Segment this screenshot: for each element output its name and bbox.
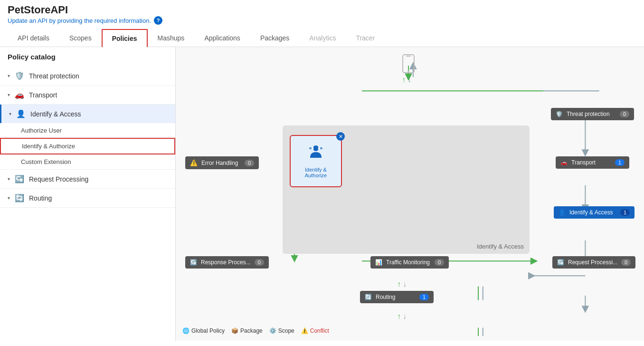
bar-chart-icon: 📊 (375, 259, 382, 266)
section-identify-access-header[interactable]: ▾ 👤 Identify & Access (0, 105, 175, 123)
identify-access-zone-label: Identify & Access (477, 243, 524, 250)
chevron-transport: ▾ (8, 92, 10, 97)
tab-scopes[interactable]: Scopes (59, 29, 102, 47)
refresh-icon-box: 🔄 (365, 294, 372, 300)
shield-icon-box: 🛡️ (556, 111, 563, 117)
svg-rect-18 (406, 56, 411, 57)
response-processing-box[interactable]: ↪️ Response Proces... 0 (185, 256, 269, 269)
legend-package[interactable]: 📦 Package (231, 327, 263, 334)
routing-label: Routing (376, 294, 395, 300)
mobile-arrows: ↑ ↓ (402, 76, 411, 84)
sidebar: Policy catalog ▾ 🛡️ Threat protection ▾ … (0, 47, 176, 341)
error-handling-box[interactable]: ⚠️ Error Handling 0 (185, 156, 259, 169)
app-title: PetStoreAPI (8, 4, 636, 16)
legend-global-policy[interactable]: 🌐 Global Policy (182, 327, 225, 334)
refresh-icon: 🔄 (15, 193, 24, 202)
tab-applications[interactable]: Applications (194, 29, 250, 47)
warning-icon: ⚠️ (190, 159, 198, 166)
identify-access-right-label: Identify & Access (569, 209, 613, 216)
section-routing-header[interactable]: ▾ 🔄 Routing (0, 189, 175, 207)
close-card-button[interactable]: ✕ (336, 132, 345, 141)
legend-scope[interactable]: ⚙️ Scope (269, 327, 294, 334)
svg-rect-21 (309, 147, 322, 149)
traffic-monitoring-label: Traffic Monitoring (386, 259, 430, 266)
identify-access-right-count: 1 (620, 209, 630, 216)
chevron-threat-protection: ▾ (8, 73, 10, 78)
response-processing-label: Response Proces... (201, 259, 251, 266)
spy-icon (306, 144, 325, 165)
policy-catalog-title: Policy catalog (0, 47, 175, 67)
help-icon[interactable]: ? (154, 16, 162, 25)
sidebar-item-identify-authorize[interactable]: Identify & Authorize (0, 138, 175, 154)
section-threat-protection-header[interactable]: ▾ 🛡️ Threat protection (0, 67, 175, 85)
svg-rect-17 (403, 55, 414, 73)
sidebar-item-custom-extension[interactable]: Custom Extension (0, 154, 175, 169)
mobile-device-icon (401, 54, 416, 76)
car-icon: 🚗 (15, 90, 24, 99)
globe-icon: 🌐 (182, 327, 189, 334)
main-layout: Policy catalog ▾ 🛡️ Threat protection ▾ … (0, 47, 644, 341)
dragged-card-label: Identify &Authorize (305, 167, 327, 178)
package-icon: 📦 (231, 327, 238, 334)
sidebar-item-authorize-user[interactable]: Authorize User (0, 123, 175, 138)
tab-mashups[interactable]: Mashups (148, 29, 195, 47)
chevron-routing: ▾ (8, 195, 10, 201)
section-identify-access-label: Identify & Access (30, 110, 81, 118)
section-request-processing-header[interactable]: ▾ ↪️ Request Processing (0, 170, 175, 188)
threat-protection-label: Threat protection (567, 111, 610, 117)
routing-count: 1 (419, 294, 429, 300)
shield-icon: 🛡️ (15, 71, 24, 80)
person-icon: 👤 (16, 109, 26, 118)
conflict-icon: ⚠️ (301, 327, 308, 334)
tab-packages[interactable]: Packages (250, 29, 299, 47)
tab-api-details[interactable]: API details (8, 29, 59, 47)
section-request-processing-label: Request Processing (29, 175, 88, 183)
chevron-request-processing: ▾ (8, 176, 10, 182)
svg-point-23 (318, 147, 321, 149)
threat-protection-count: 0 (620, 111, 629, 117)
tab-policies[interactable]: Policies (102, 29, 148, 47)
request-processing-right-count: 0 (621, 259, 631, 266)
section-threat-protection-label: Threat protection (29, 72, 79, 80)
legend-bar: 🌐 Global Policy 📦 Package ⚙️ Scope ⚠️ Co… (182, 327, 329, 334)
identify-access-items: Authorize User Identify & Authorize Cust… (0, 123, 175, 169)
transport-count: 1 (615, 159, 625, 166)
svg-point-19 (407, 70, 409, 72)
section-threat-protection: ▾ 🛡️ Threat protection (0, 67, 175, 86)
routing-arrows-bottom: ↑ ↓ (397, 312, 407, 321)
routing-arrows-top: ↑ ↓ (397, 280, 407, 288)
section-transport-label: Transport (29, 91, 57, 99)
section-routing: ▾ 🔄 Routing (0, 189, 175, 208)
legend-conflict[interactable]: ⚠️ Conflict (301, 327, 329, 334)
car-icon-box: 🚗 (560, 159, 568, 166)
svg-point-22 (312, 147, 314, 149)
arrow-right-icon-box: ↪️ (557, 259, 564, 266)
tab-bar: API details Scopes Policies Mashups Appl… (8, 29, 636, 47)
tab-analytics: Analytics (299, 29, 346, 47)
scope-icon: ⚙️ (269, 327, 276, 334)
request-processing-right-label: Request Processi... (568, 259, 617, 266)
traffic-monitoring-count: 0 (435, 259, 444, 266)
threat-protection-box[interactable]: 🛡️ Threat protection 0 (551, 108, 634, 120)
section-transport-header[interactable]: ▾ 🚗 Transport (0, 86, 175, 104)
identify-access-right-box[interactable]: 👤 Identify & Access 1 (554, 206, 635, 219)
flow-canvas-area: ↑ ↓ ⚠️ Error Handling 0 Identify & Acces… (176, 47, 644, 341)
chevron-identify-access: ▾ (9, 111, 11, 116)
error-handling-count: 0 (245, 160, 254, 166)
transport-box[interactable]: 🚗 Transport 1 (556, 156, 629, 169)
section-routing-label: Routing (29, 194, 52, 202)
routing-box[interactable]: 🔄 Routing 1 (360, 291, 434, 303)
flow-canvas: ↑ ↓ ⚠️ Error Handling 0 Identify & Acces… (180, 52, 639, 336)
traffic-monitoring-box[interactable]: 📊 Traffic Monitoring 0 (370, 256, 449, 269)
request-processing-right-box[interactable]: ↪️ Request Processi... 0 (552, 256, 635, 269)
app-subtitle-text: Update an API by providing the required … (8, 17, 151, 24)
app-header: PetStoreAPI Update an API by providing t… (0, 0, 644, 47)
response-processing-count: 0 (255, 259, 264, 266)
person-icon-box: 👤 (559, 209, 566, 216)
transport-label: Transport (571, 159, 596, 166)
dragged-card-identify-authorize[interactable]: ✕ Identify &Authorize (290, 135, 342, 187)
response-icon: ↪️ (190, 259, 197, 266)
section-request-processing: ▾ ↪️ Request Processing (0, 170, 175, 189)
section-transport: ▾ 🚗 Transport (0, 86, 175, 105)
tab-tracer: Tracer (346, 29, 385, 47)
